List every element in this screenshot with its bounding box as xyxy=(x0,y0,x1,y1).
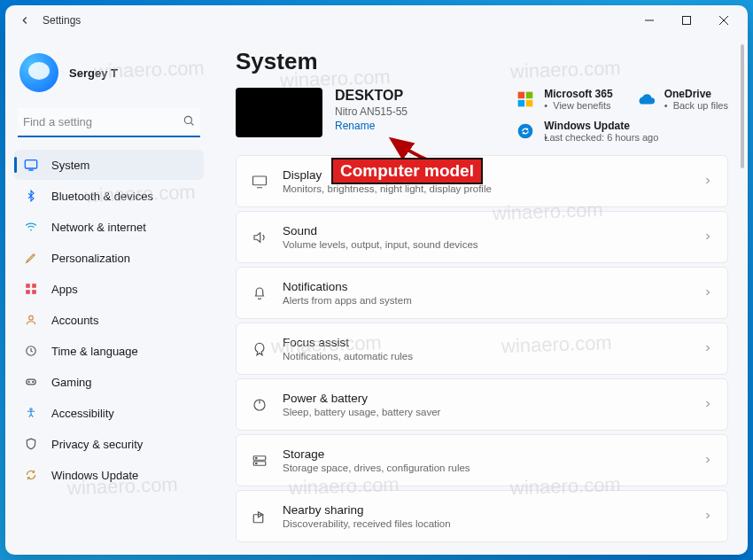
chevron-right-icon xyxy=(703,453,713,469)
quicklink-title: OneDrive xyxy=(664,88,728,100)
tile-sub: Alerts from apps and system xyxy=(283,295,688,306)
svg-point-27 xyxy=(256,457,258,459)
sidebar-item-label: Accessibility xyxy=(51,407,114,420)
svg-rect-9 xyxy=(26,290,30,294)
quicklink-onedrive[interactable]: OneDrive Back up files xyxy=(636,88,728,111)
quicklink-sub: Back up files xyxy=(664,100,728,111)
svg-rect-16 xyxy=(518,92,525,99)
sidebar-item-privacy[interactable]: Privacy & security xyxy=(14,429,204,459)
chevron-right-icon xyxy=(703,174,713,190)
sidebar-item-label: Bluetooth & devices xyxy=(51,190,153,203)
window-controls xyxy=(631,5,742,35)
sidebar-item-network[interactable]: Network & internet xyxy=(14,212,204,242)
share-icon xyxy=(251,508,268,525)
search-box[interactable] xyxy=(18,108,200,137)
window-title: Settings xyxy=(43,14,81,27)
svg-point-28 xyxy=(256,463,258,464)
chevron-right-icon xyxy=(703,341,713,357)
close-button[interactable] xyxy=(705,5,742,35)
sidebar: Sergey T System xyxy=(5,35,213,555)
tile-sub: Storage space, drives, configuration rul… xyxy=(283,463,688,473)
accessibility-icon xyxy=(23,405,39,421)
sidebar-item-windows-update[interactable]: Windows Update xyxy=(14,460,204,490)
svg-rect-17 xyxy=(526,92,533,99)
storage-icon xyxy=(251,452,268,470)
svg-rect-19 xyxy=(526,100,533,107)
svg-rect-13 xyxy=(27,379,36,385)
content-scrollbar[interactable] xyxy=(741,44,744,546)
quicklink-sub: View benefits xyxy=(544,100,612,111)
tile-title: Display xyxy=(283,168,688,182)
notifications-icon xyxy=(251,284,268,302)
privacy-icon xyxy=(23,436,39,452)
tile-notifications[interactable]: Notifications Alerts from apps and syste… xyxy=(236,267,728,319)
onedrive-icon xyxy=(636,89,656,109)
tile-sound[interactable]: Sound Volume levels, output, input, soun… xyxy=(236,211,728,263)
back-button[interactable] xyxy=(14,10,35,31)
quicklink-title: Windows Update xyxy=(544,120,658,132)
accounts-icon xyxy=(23,312,39,328)
sidebar-item-gaming[interactable]: Gaming xyxy=(14,367,204,397)
sidebar-item-label: Network & internet xyxy=(51,221,146,234)
system-header-grid: DESKTOP Nitro AN515-55 Rename Microsoft … xyxy=(236,88,732,143)
sidebar-item-accounts[interactable]: Accounts xyxy=(14,305,204,335)
sidebar-item-personalization[interactable]: Personalization xyxy=(14,243,204,273)
titlebar: Settings xyxy=(5,5,748,35)
avatar xyxy=(19,53,58,92)
device-block: DESKTOP Nitro AN515-55 Rename xyxy=(236,88,408,137)
scrollbar-thumb[interactable] xyxy=(741,44,744,168)
tile-power-battery[interactable]: Power & battery Sleep, battery usage, ba… xyxy=(236,378,728,431)
svg-point-11 xyxy=(29,315,34,320)
profile-header[interactable]: Sergey T xyxy=(14,44,204,105)
chevron-right-icon xyxy=(703,397,713,413)
device-model: Nitro AN515-55 xyxy=(335,105,408,118)
settings-window: Settings Sergey T xyxy=(5,5,748,555)
sidebar-item-accessibility[interactable]: Accessibility xyxy=(14,398,204,428)
tile-sub: Discoverability, received files location xyxy=(283,518,688,529)
sidebar-item-bluetooth[interactable]: Bluetooth & devices xyxy=(14,181,204,211)
svg-rect-10 xyxy=(32,290,36,294)
svg-point-2 xyxy=(184,116,191,123)
windows-update-icon xyxy=(516,121,535,141)
search-icon xyxy=(182,114,195,130)
quick-links: Microsoft 365 View benefits OneDrive Bac… xyxy=(516,88,732,143)
tile-title: Sound xyxy=(283,224,688,237)
tile-title: Notifications xyxy=(283,280,688,293)
sidebar-item-system[interactable]: System xyxy=(14,150,204,180)
maximize-button[interactable] xyxy=(668,5,705,35)
sidebar-item-apps[interactable]: Apps xyxy=(14,274,204,304)
tile-focus-assist[interactable]: Focus assist Notifications, automatic ru… xyxy=(236,323,728,375)
sidebar-item-time-language[interactable]: Time & language xyxy=(14,336,204,366)
power-icon xyxy=(251,396,268,414)
sidebar-item-label: Apps xyxy=(51,283,78,296)
page-title: System xyxy=(236,48,732,75)
tile-nearby-sharing[interactable]: Nearby sharing Discoverability, received… xyxy=(236,490,728,542)
search-input[interactable] xyxy=(18,108,200,136)
profile-name: Sergey T xyxy=(69,66,118,80)
tile-sub: Volume levels, output, input, sound devi… xyxy=(283,239,688,250)
tile-storage[interactable]: Storage Storage space, drives, configura… xyxy=(236,434,728,486)
chevron-right-icon xyxy=(703,285,713,301)
svg-point-15 xyxy=(30,408,32,410)
sidebar-nav: System Bluetooth & devices Network & int… xyxy=(14,150,204,490)
svg-point-14 xyxy=(33,381,34,382)
rename-link[interactable]: Rename xyxy=(335,120,408,132)
svg-rect-21 xyxy=(253,176,267,185)
tile-display[interactable]: Display Monitors, brightness, night ligh… xyxy=(236,155,728,207)
quicklink-sub: Last checked: 6 hours ago xyxy=(544,132,658,143)
update-icon xyxy=(23,467,39,483)
tile-sub: Sleep, battery usage, battery saver xyxy=(283,407,688,417)
sidebar-item-label: Accounts xyxy=(51,314,98,327)
tile-title: Focus assist xyxy=(283,336,688,349)
apps-icon xyxy=(23,281,39,297)
chevron-right-icon xyxy=(703,509,713,525)
minimize-button[interactable] xyxy=(631,5,668,35)
quicklink-microsoft365[interactable]: Microsoft 365 View benefits xyxy=(516,88,612,111)
system-icon xyxy=(23,157,39,173)
gaming-icon xyxy=(23,374,39,390)
svg-point-20 xyxy=(518,124,533,139)
sidebar-item-label: Windows Update xyxy=(51,469,138,482)
bluetooth-icon xyxy=(23,188,39,204)
quicklink-windows-update[interactable]: Windows Update Last checked: 6 hours ago xyxy=(516,120,728,143)
svg-rect-4 xyxy=(25,160,36,168)
